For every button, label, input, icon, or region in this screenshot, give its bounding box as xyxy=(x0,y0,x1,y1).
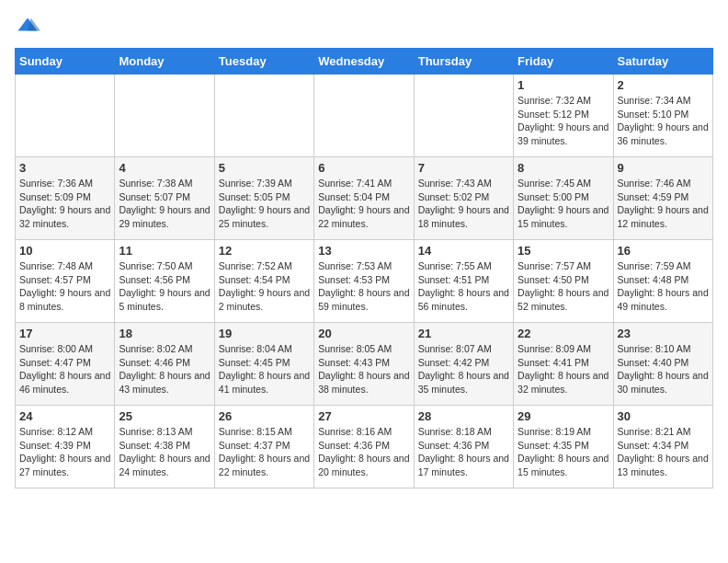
day-info: Sunrise: 8:05 AMSunset: 4:43 PMDaylight:… xyxy=(318,343,409,395)
day-info: Sunrise: 7:52 AMSunset: 4:54 PMDaylight:… xyxy=(219,260,310,312)
day-info: Sunrise: 8:21 AMSunset: 4:34 PMDaylight:… xyxy=(618,426,709,477)
logo-icon xyxy=(15,15,40,40)
logo xyxy=(15,15,44,40)
day-info: Sunrise: 7:38 AMSunset: 5:07 PMDaylight:… xyxy=(119,178,210,229)
calendar-cell: 6Sunrise: 7:41 AMSunset: 5:04 PMDaylight… xyxy=(314,157,414,240)
calendar-cell: 17Sunrise: 8:00 AMSunset: 4:47 PMDayligh… xyxy=(16,323,115,406)
day-number: 25 xyxy=(119,409,210,423)
day-number: 14 xyxy=(418,244,509,258)
calendar-cell xyxy=(115,75,214,157)
day-info: Sunrise: 8:07 AMSunset: 4:42 PMDaylight:… xyxy=(418,343,509,395)
day-number: 4 xyxy=(119,161,210,175)
day-number: 27 xyxy=(318,409,409,423)
day-info: Sunrise: 7:55 AMSunset: 4:51 PMDaylight:… xyxy=(418,260,509,312)
day-info: Sunrise: 7:36 AMSunset: 5:09 PMDaylight:… xyxy=(19,178,110,229)
day-number: 21 xyxy=(418,327,509,340)
calendar-cell: 10Sunrise: 7:48 AMSunset: 4:57 PMDayligh… xyxy=(16,240,115,323)
day-info: Sunrise: 7:41 AMSunset: 5:04 PMDaylight:… xyxy=(318,178,409,229)
day-number: 18 xyxy=(119,327,210,340)
day-number: 30 xyxy=(618,409,709,423)
day-info: Sunrise: 7:50 AMSunset: 4:56 PMDaylight:… xyxy=(119,260,210,312)
day-info: Sunrise: 8:19 AMSunset: 4:35 PMDaylight:… xyxy=(518,426,609,477)
calendar-cell: 21Sunrise: 8:07 AMSunset: 4:42 PMDayligh… xyxy=(414,323,513,406)
calendar-cell xyxy=(214,75,313,157)
calendar-cell: 20Sunrise: 8:05 AMSunset: 4:43 PMDayligh… xyxy=(314,323,414,406)
weekday-header: Friday xyxy=(514,49,613,75)
calendar-cell: 29Sunrise: 8:19 AMSunset: 4:35 PMDayligh… xyxy=(514,406,613,488)
day-info: Sunrise: 7:34 AMSunset: 5:10 PMDaylight:… xyxy=(618,95,709,146)
day-number: 3 xyxy=(19,161,110,175)
calendar-week-row: 17Sunrise: 8:00 AMSunset: 4:47 PMDayligh… xyxy=(16,323,713,406)
day-number: 13 xyxy=(318,244,409,258)
calendar-cell: 5Sunrise: 7:39 AMSunset: 5:05 PMDaylight… xyxy=(214,157,313,240)
calendar-cell: 22Sunrise: 8:09 AMSunset: 4:41 PMDayligh… xyxy=(514,323,613,406)
calendar-cell: 14Sunrise: 7:55 AMSunset: 4:51 PMDayligh… xyxy=(414,240,513,323)
calendar-cell: 13Sunrise: 7:53 AMSunset: 4:53 PMDayligh… xyxy=(314,240,414,323)
day-info: Sunrise: 7:57 AMSunset: 4:50 PMDaylight:… xyxy=(518,260,609,312)
weekday-header: Sunday xyxy=(16,49,115,75)
calendar-cell: 28Sunrise: 8:18 AMSunset: 4:36 PMDayligh… xyxy=(414,406,513,488)
calendar-cell: 2Sunrise: 7:34 AMSunset: 5:10 PMDaylight… xyxy=(613,75,712,157)
day-info: Sunrise: 8:15 AMSunset: 4:37 PMDaylight:… xyxy=(219,426,310,477)
day-number: 26 xyxy=(219,409,310,423)
calendar-cell: 9Sunrise: 7:46 AMSunset: 4:59 PMDaylight… xyxy=(613,157,712,240)
day-number: 2 xyxy=(618,78,709,92)
day-info: Sunrise: 8:10 AMSunset: 4:40 PMDaylight:… xyxy=(618,343,709,395)
day-number: 6 xyxy=(318,161,409,175)
calendar-cell: 19Sunrise: 8:04 AMSunset: 4:45 PMDayligh… xyxy=(214,323,313,406)
day-info: Sunrise: 7:32 AMSunset: 5:12 PMDaylight:… xyxy=(518,95,609,146)
day-info: Sunrise: 7:39 AMSunset: 5:05 PMDaylight:… xyxy=(219,178,310,229)
calendar-cell: 1Sunrise: 7:32 AMSunset: 5:12 PMDaylight… xyxy=(514,75,613,157)
calendar-cell: 4Sunrise: 7:38 AMSunset: 5:07 PMDaylight… xyxy=(115,157,214,240)
calendar-cell: 3Sunrise: 7:36 AMSunset: 5:09 PMDaylight… xyxy=(16,157,115,240)
day-info: Sunrise: 8:00 AMSunset: 4:47 PMDaylight:… xyxy=(19,343,110,395)
calendar-week-row: 1Sunrise: 7:32 AMSunset: 5:12 PMDaylight… xyxy=(16,75,713,157)
day-number: 24 xyxy=(19,409,110,423)
calendar-table: SundayMondayTuesdayWednesdayThursdayFrid… xyxy=(15,48,713,488)
weekday-header: Wednesday xyxy=(314,49,414,75)
day-info: Sunrise: 8:04 AMSunset: 4:45 PMDaylight:… xyxy=(219,343,310,395)
calendar-week-row: 3Sunrise: 7:36 AMSunset: 5:09 PMDaylight… xyxy=(16,157,713,240)
calendar-cell: 15Sunrise: 7:57 AMSunset: 4:50 PMDayligh… xyxy=(514,240,613,323)
calendar-cell: 11Sunrise: 7:50 AMSunset: 4:56 PMDayligh… xyxy=(115,240,214,323)
day-info: Sunrise: 7:48 AMSunset: 4:57 PMDaylight:… xyxy=(19,260,110,312)
weekday-header: Thursday xyxy=(414,49,513,75)
calendar-header: SundayMondayTuesdayWednesdayThursdayFrid… xyxy=(16,49,713,75)
day-info: Sunrise: 7:53 AMSunset: 4:53 PMDaylight:… xyxy=(318,260,409,312)
day-number: 1 xyxy=(518,78,609,92)
day-number: 11 xyxy=(119,244,210,258)
day-info: Sunrise: 8:18 AMSunset: 4:36 PMDaylight:… xyxy=(418,426,509,477)
day-number: 20 xyxy=(318,327,409,340)
weekday-header: Tuesday xyxy=(214,49,313,75)
day-info: Sunrise: 8:16 AMSunset: 4:36 PMDaylight:… xyxy=(318,426,409,477)
calendar-cell: 7Sunrise: 7:43 AMSunset: 5:02 PMDaylight… xyxy=(414,157,513,240)
calendar-cell xyxy=(414,75,513,157)
day-number: 28 xyxy=(418,409,509,423)
day-number: 8 xyxy=(518,161,609,175)
calendar-cell: 30Sunrise: 8:21 AMSunset: 4:34 PMDayligh… xyxy=(613,406,712,488)
weekday-row: SundayMondayTuesdayWednesdayThursdayFrid… xyxy=(16,49,713,75)
day-number: 16 xyxy=(618,244,709,258)
calendar-cell xyxy=(314,75,414,157)
header xyxy=(15,15,713,40)
day-info: Sunrise: 7:45 AMSunset: 5:00 PMDaylight:… xyxy=(518,178,609,229)
day-number: 17 xyxy=(19,327,110,340)
calendar-cell: 26Sunrise: 8:15 AMSunset: 4:37 PMDayligh… xyxy=(214,406,313,488)
day-number: 22 xyxy=(518,327,609,340)
day-info: Sunrise: 8:02 AMSunset: 4:46 PMDaylight:… xyxy=(119,343,210,395)
calendar-cell: 27Sunrise: 8:16 AMSunset: 4:36 PMDayligh… xyxy=(314,406,414,488)
calendar-cell: 25Sunrise: 8:13 AMSunset: 4:38 PMDayligh… xyxy=(115,406,214,488)
day-number: 15 xyxy=(518,244,609,258)
calendar-cell: 12Sunrise: 7:52 AMSunset: 4:54 PMDayligh… xyxy=(214,240,313,323)
calendar-cell: 8Sunrise: 7:45 AMSunset: 5:00 PMDaylight… xyxy=(514,157,613,240)
day-info: Sunrise: 7:43 AMSunset: 5:02 PMDaylight:… xyxy=(418,178,509,229)
day-number: 12 xyxy=(219,244,310,258)
day-info: Sunrise: 7:46 AMSunset: 4:59 PMDaylight:… xyxy=(618,178,709,229)
day-number: 23 xyxy=(618,327,709,340)
day-number: 7 xyxy=(418,161,509,175)
calendar-cell: 23Sunrise: 8:10 AMSunset: 4:40 PMDayligh… xyxy=(613,323,712,406)
calendar-week-row: 10Sunrise: 7:48 AMSunset: 4:57 PMDayligh… xyxy=(16,240,713,323)
weekday-header: Saturday xyxy=(613,49,712,75)
calendar-week-row: 24Sunrise: 8:12 AMSunset: 4:39 PMDayligh… xyxy=(16,406,713,488)
calendar-cell xyxy=(16,75,115,157)
